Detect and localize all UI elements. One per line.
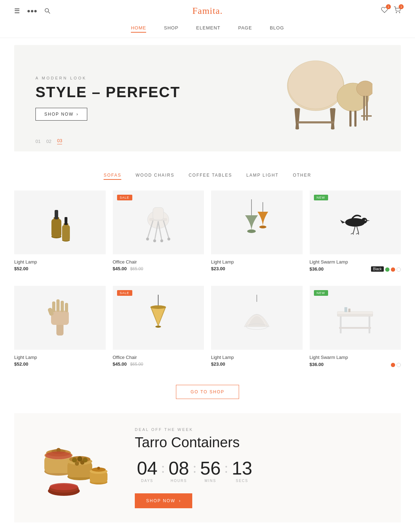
svg-rect-19 [366, 96, 368, 121]
product-price-old: $65.00 [130, 362, 143, 367]
svg-rect-11 [297, 121, 334, 123]
wishlist-badge: 1 [386, 4, 391, 9]
product-name: Office Chair [113, 259, 204, 265]
svg-marker-46 [366, 220, 370, 221]
product-price: $45.00 $65.00 [113, 266, 204, 271]
deal-subtitle: DEAL OFF THE WEEK [135, 427, 380, 432]
product-card[interactable]: Light Lamp $23.00 [211, 190, 303, 272]
svg-rect-22 [51, 219, 61, 237]
product-card[interactable]: SALE ♡ ADD TO CART ⇄ [113, 190, 204, 272]
hero-dot-3[interactable]: 03 [57, 138, 62, 144]
days-label: DAYS [135, 479, 160, 483]
search-icon-svg[interactable] [44, 8, 51, 14]
add-to-cart-button[interactable]: ADD TO CART [144, 242, 172, 245]
product-price: $23.00 [211, 266, 303, 271]
menu-icon[interactable]: ☰ [14, 7, 20, 15]
product-price: $45.00 $65.00 [113, 361, 204, 367]
color-option[interactable] [391, 363, 395, 367]
svg-rect-59 [61, 301, 64, 312]
color-option[interactable] [397, 267, 401, 272]
product-card[interactable]: NEW Light Swarm Lamp $36.00 [310, 286, 401, 367]
nav-blog[interactable]: BLOG [270, 25, 284, 33]
deal-section: DEAL OFF THE WEEK Tarro Containers 04 DA… [14, 413, 401, 522]
deal-content: DEAL OFF THE WEEK Tarro Containers 04 DA… [135, 427, 380, 508]
color-option[interactable] [397, 363, 401, 367]
nav-element[interactable]: ELEMENT [196, 25, 220, 33]
deal-image [35, 432, 114, 503]
svg-rect-69 [340, 316, 342, 333]
product-card[interactable]: NEW [310, 190, 401, 272]
secs-label: SECS [229, 479, 254, 483]
cart-button[interactable]: 3 [394, 6, 401, 15]
hero-image [259, 56, 380, 141]
nav-home[interactable]: HOME [131, 25, 146, 33]
svg-point-80 [45, 451, 72, 459]
days-number: 04 [135, 459, 160, 477]
svg-rect-18 [363, 96, 365, 121]
nav-page[interactable]: PAGE [238, 25, 252, 33]
product-image [211, 190, 303, 254]
svg-rect-73 [348, 309, 350, 312]
category-lamp-light[interactable]: LAMP LIGHT [247, 173, 279, 180]
deal-shop-now-button[interactable]: SHOP NOW › [135, 493, 192, 508]
svg-point-45 [361, 218, 367, 223]
svg-rect-31 [153, 207, 164, 220]
product-image [14, 190, 106, 254]
svg-line-49 [357, 227, 359, 233]
wishlist-button[interactable]: 1 [381, 6, 388, 15]
svg-point-41 [247, 229, 256, 233]
hero-title: STYLE – PERFECT [35, 84, 180, 101]
color-option[interactable] [391, 267, 395, 272]
product-card[interactable]: Light Lamp $52.00 [14, 286, 106, 367]
svg-point-90 [80, 460, 84, 465]
quickview-action[interactable]: ⇄ [175, 239, 184, 248]
nav-shop[interactable]: SHOP [164, 25, 178, 33]
svg-point-17 [356, 81, 372, 96]
hero-banner: A MODERN LOOK STYLE – PERFECT SHOP NOW › [14, 45, 401, 151]
category-sofas[interactable]: SOFAS [104, 173, 121, 180]
product-image [14, 286, 106, 350]
product-card[interactable]: Light Lamp $23.00 [211, 286, 303, 367]
product-image: SALE [113, 286, 204, 350]
main-nav: HOME SHOP ELEMENT PAGE BLOG [0, 22, 415, 38]
countdown-hours: 08 HOURS [166, 459, 191, 483]
hero-dot-1[interactable]: 01 [35, 139, 40, 144]
svg-rect-70 [369, 316, 370, 333]
header: ☰ ●●● Famita. 1 3 [0, 0, 415, 22]
furniture-illustration [259, 56, 372, 134]
hero-dot-2[interactable]: 02 [46, 139, 51, 144]
category-tabs: SOFAS WOOD CHAIRS COFFEE TABLES LAMP LIG… [0, 159, 415, 187]
svg-rect-58 [56, 299, 60, 312]
search-icon[interactable]: ●●● [27, 8, 37, 14]
svg-point-3 [399, 12, 400, 13]
wishlist-action[interactable]: ♡ [132, 239, 142, 248]
product-card[interactable]: SALE Office Chair $45.00 $65.00 [113, 286, 204, 367]
svg-rect-68 [337, 311, 373, 314]
cart-badge: 3 [399, 4, 404, 9]
product-price-old: $65.00 [130, 266, 143, 271]
hero-shop-now-button[interactable]: SHOP NOW › [35, 108, 87, 121]
svg-rect-28 [65, 217, 67, 225]
product-price: $23.00 [211, 361, 303, 367]
product-name: Light Lamp [14, 355, 106, 360]
site-logo[interactable]: Famita. [192, 6, 223, 16]
hours-number: 08 [166, 459, 191, 477]
color-option[interactable] [385, 267, 389, 272]
countdown-separator: : [161, 459, 165, 475]
svg-point-2 [396, 12, 397, 13]
svg-rect-15 [354, 111, 356, 127]
category-other[interactable]: OTHER [293, 173, 311, 180]
category-wood-chairs[interactable]: WOOD CHAIRS [135, 173, 174, 180]
mins-label: MINS [198, 479, 223, 483]
product-image: NEW [310, 286, 401, 350]
goto-shop-button[interactable]: GO TO SHOP [176, 385, 239, 399]
product-name: Office Chair [113, 355, 204, 360]
category-coffee-tables[interactable]: COFFEE TABLES [189, 173, 232, 180]
product-card[interactable]: Light Lamp $52.00 [14, 190, 106, 272]
svg-point-95 [97, 467, 100, 470]
countdown-days: 04 DAYS [135, 459, 160, 483]
svg-point-89 [75, 461, 79, 466]
deal-title: Tarro Containers [135, 434, 380, 450]
product-badge-sale: SALE [117, 290, 132, 296]
svg-rect-72 [344, 307, 347, 312]
